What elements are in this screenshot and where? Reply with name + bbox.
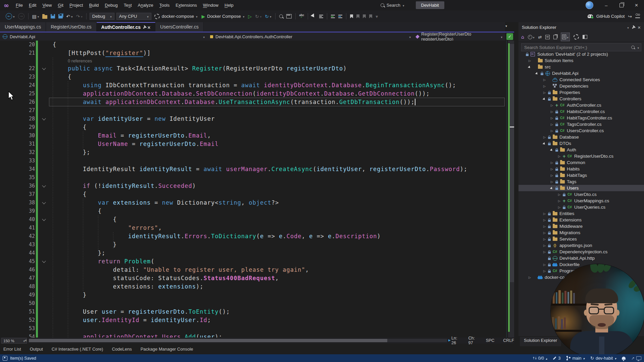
toolbar-bookmark[interactable] xyxy=(355,13,361,19)
explorer-tool-clock-icon[interactable] xyxy=(528,34,535,40)
code-line-34[interactable]: IdentityResult identityResult = await us… xyxy=(53,165,467,173)
expand-icon[interactable] xyxy=(557,155,562,158)
tree-item-tags[interactable]: Tags xyxy=(518,178,644,185)
expand-icon[interactable] xyxy=(542,269,547,273)
code-line-40[interactable]: { xyxy=(53,215,117,224)
scrollbar-thumb[interactable] xyxy=(510,44,514,282)
tree-item-extensions[interactable]: Extensions xyxy=(518,217,644,223)
tree-item-usermappings.cs[interactable]: +C#UserMappings.cs xyxy=(518,198,644,204)
tree-item-habitscontroller.cs[interactable]: C#HabitsController.cs xyxy=(518,108,644,115)
toolbar-editor-window[interactable] xyxy=(285,13,293,19)
tree-item-common[interactable]: Common xyxy=(518,159,644,166)
tree-item-habittagscontroller.cs[interactable]: C#HabitTagsController.cs xyxy=(518,115,644,121)
code-line-47[interactable]: statusCode: StatusCodes.Status400BadRequ… xyxy=(53,274,279,282)
code-line-49[interactable]: } xyxy=(53,291,87,299)
tree-item-src[interactable]: src xyxy=(518,64,644,70)
breadcrumb-member[interactable]: Register(RegisterUserDto registerUserDto… xyxy=(413,33,505,41)
tree-item-authcontroller.cs[interactable]: +C#AuthController.cs xyxy=(518,102,644,108)
code-line-44[interactable]: }; xyxy=(53,249,105,257)
panel-tab-package-manager-console[interactable]: Package Manager Console xyxy=(141,347,193,352)
expand-icon[interactable] xyxy=(549,129,554,133)
tree-item-users[interactable]: Users xyxy=(518,185,644,191)
toolbar-save[interactable] xyxy=(49,13,56,19)
close-icon[interactable] xyxy=(638,24,641,30)
expand-icon[interactable] xyxy=(542,218,547,222)
collapse-icon[interactable] xyxy=(535,71,540,76)
tree-item-dtos[interactable]: DTOs xyxy=(518,140,644,147)
solution-search-input[interactable] xyxy=(522,45,631,50)
explorer-tool-home-icon[interactable] xyxy=(521,34,524,40)
toolbar-lines-a[interactable] xyxy=(318,14,325,19)
code-line-52[interactable]: user.IdentityId = identityUser.Id; xyxy=(53,316,211,324)
explorer-tool-showall-icon[interactable] xyxy=(561,33,570,41)
combo-any-cpu[interactable]: Any CPU xyxy=(116,13,151,20)
tree-item-habittags[interactable]: HabitTags xyxy=(518,172,644,178)
tree-item-registeruserdto.cs[interactable]: +C#RegisterUserDto.cs xyxy=(518,153,644,159)
menu-window[interactable]: Window xyxy=(200,1,221,9)
solution-name-badge[interactable]: DevHabit xyxy=(416,1,444,9)
tree-item-devhabit.api.http[interactable]: DevHabit.Api.http xyxy=(518,255,644,261)
code-line-36[interactable]: if (!identityResult.Succeeded) xyxy=(53,182,196,190)
share-icon[interactable]: ↪ xyxy=(628,14,632,19)
pending-edits[interactable]: 3 xyxy=(553,356,560,361)
search-box[interactable]: Search xyxy=(378,2,407,9)
code-line-22[interactable]: public async Task<IActionResult> Registe… xyxy=(53,64,347,73)
expand-icon[interactable] xyxy=(549,180,554,184)
toolbar-bookmark[interactable] xyxy=(349,13,354,19)
fold-chevron-icon[interactable] xyxy=(42,66,46,70)
code-line-38[interactable]: var extensions = new Dictionary<string, … xyxy=(53,199,279,207)
panel-tab-codelens[interactable]: CodeLens xyxy=(112,347,132,352)
expand-icon[interactable] xyxy=(549,161,554,164)
zoom-control[interactable]: 150 % xyxy=(1,338,27,344)
git-branch-picker[interactable]: main xyxy=(566,356,585,361)
minimize-button[interactable] xyxy=(599,0,614,10)
expand-icon[interactable] xyxy=(527,59,532,62)
misc-status-icons[interactable]: ↗ xyxy=(631,356,641,361)
tree-item-solution-devhabit-2-of-2-projects-[interactable]: Solution 'DevHabit' (2 of 2 projects) xyxy=(518,51,644,57)
expand-icon[interactable] xyxy=(542,231,547,235)
toolbar-spell-check[interactable]: abc✓ xyxy=(298,13,306,20)
code-line-42[interactable]: identityResult.Errors.ToDictionary(e => … xyxy=(53,232,381,241)
expand-icon[interactable] xyxy=(557,206,562,209)
close-button[interactable] xyxy=(629,0,644,10)
code-line-29[interactable]: { xyxy=(53,123,87,132)
vertical-scrollbar[interactable] xyxy=(508,41,514,338)
collapse-icon[interactable] xyxy=(542,141,547,146)
toolbar-overflow[interactable]: ▾ xyxy=(374,13,379,20)
collapse-icon[interactable] xyxy=(542,97,547,101)
menu-project[interactable]: Project xyxy=(66,1,86,9)
code-line-37[interactable]: { xyxy=(53,190,87,199)
toolbar-undo[interactable]: ↶ xyxy=(65,13,74,20)
tree-item-services[interactable]: Services xyxy=(518,236,644,242)
fold-chevron-icon[interactable] xyxy=(42,217,46,221)
tree-item-devhabit.api[interactable]: DevHabit.Api xyxy=(518,70,644,76)
tree-item-tagscontroller.cs[interactable]: C#TagsController.cs xyxy=(518,121,644,127)
code-line-46[interactable]: detail: "Unable to register user, please… xyxy=(53,266,309,274)
user-avatar[interactable] xyxy=(586,1,593,9)
tab-authcontroller[interactable]: AuthController.cs xyxy=(97,22,156,32)
explorer-tool-copydoc-icon[interactable] xyxy=(553,35,557,39)
toolbar-pointer[interactable] xyxy=(310,12,317,20)
explorer-tool-wrench-icon[interactable] xyxy=(574,34,579,40)
expand-icon[interactable] xyxy=(549,167,554,171)
collapse-icon[interactable] xyxy=(549,186,554,191)
solution-search[interactable] xyxy=(521,43,641,51)
code-line-48[interactable]: extensions: extensions); xyxy=(53,282,203,291)
explorer-tool-sync-icon[interactable] xyxy=(538,34,542,40)
code-line-25[interactable]: applicationDbContext.Database.SetDbConne… xyxy=(53,90,430,98)
expand-icon[interactable] xyxy=(542,212,547,215)
expand-icon[interactable] xyxy=(549,104,554,107)
collapse-icon[interactable] xyxy=(549,148,554,152)
toolbar-find-in-files[interactable] xyxy=(278,13,284,19)
panel-tab-c-interactive-net-core-[interactable]: C# Interactive (.NET Core) xyxy=(52,347,103,352)
menu-tools[interactable]: Tools xyxy=(156,1,172,9)
panel-tab-output[interactable]: Output xyxy=(30,347,43,352)
code-editor[interactable]: 20{21 [HttpPost("register")]0 references… xyxy=(0,41,514,338)
close-icon[interactable] xyxy=(148,24,151,30)
code-line-20[interactable]: { xyxy=(53,41,56,49)
toolbar-lines-b[interactable] xyxy=(330,14,336,19)
menu-edit[interactable]: Edit xyxy=(26,1,39,9)
horizontal-scrollbar[interactable] xyxy=(29,339,447,342)
menu-extensions[interactable]: Extensions xyxy=(172,1,200,9)
explorer-tool-preview-icon[interactable] xyxy=(583,35,587,39)
